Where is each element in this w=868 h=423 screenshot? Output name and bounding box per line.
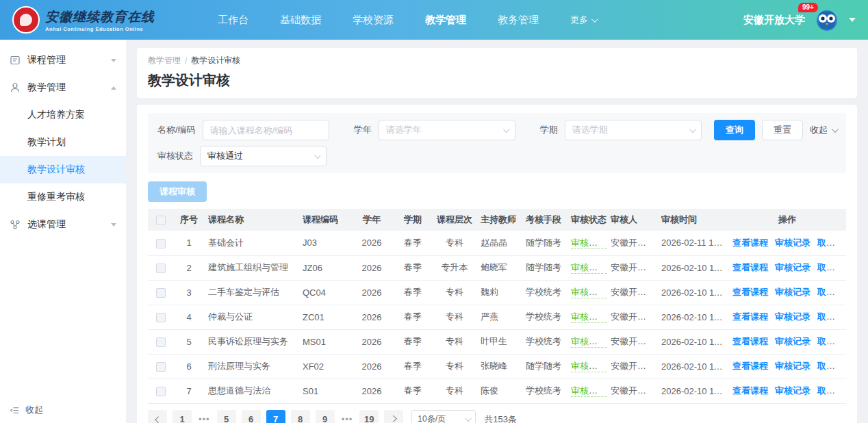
sidebar-item-retake-review[interactable]: 重修重考审核	[0, 183, 126, 211]
page-button[interactable]: 8	[291, 410, 310, 423]
review-time: 2026-02-10 11...	[657, 329, 728, 354]
name-code-input[interactable]	[203, 120, 329, 140]
term-select[interactable]: 请选学期	[565, 120, 702, 140]
row-checkbox[interactable]	[156, 239, 166, 248]
action-link[interactable]: 查看课程	[732, 238, 768, 248]
action-link[interactable]: 取消发布	[817, 361, 846, 371]
action-link[interactable]: 查看课程	[732, 385, 768, 396]
user-avatar[interactable]: 99+	[815, 8, 839, 32]
row-checkbox[interactable]	[156, 288, 166, 298]
notification-badge[interactable]: 99+	[798, 3, 818, 12]
action-link[interactable]: 查看课程	[732, 311, 768, 322]
course-teacher: 赵晶晶	[476, 231, 522, 255]
reviewer: 安徽开放大学	[607, 255, 657, 280]
chevron-down-icon	[503, 126, 510, 133]
course-name: 仲裁与公证	[204, 305, 298, 329]
exam-method: 学校统考	[522, 379, 567, 403]
row-checkbox[interactable]	[156, 264, 166, 273]
nav-item-academic-affairs[interactable]: 教务管理	[498, 14, 539, 27]
action-link[interactable]: 取消发布	[817, 311, 846, 322]
sidebar-item-teaching-plan[interactable]: 教学计划	[0, 129, 126, 156]
sidebar-group-course-management[interactable]: 课程管理	[0, 47, 126, 74]
row-checkbox[interactable]	[156, 337, 166, 347]
page-button[interactable]: 1	[173, 410, 192, 423]
prev-page-button[interactable]	[148, 410, 167, 423]
table-row: 1 基础会计 J03 2026 春季 专科 赵晶晶 随学随考 审核通过 安徽开放…	[148, 231, 846, 255]
course-year: 2026	[350, 255, 393, 280]
user-menu-caret-icon[interactable]	[849, 18, 856, 22]
action-link[interactable]: 取消发布	[817, 287, 846, 297]
sidebar-item-teaching-design-review[interactable]: 教学设计审核	[0, 156, 126, 183]
top-header: 安徽继续教育在线 Anhui Continuing Education Onli…	[0, 0, 868, 40]
course-review-button[interactable]: 课程审核	[148, 181, 207, 202]
page-button[interactable]: 5	[217, 410, 236, 423]
page-ellipsis[interactable]: •••	[340, 414, 355, 423]
row-checkbox[interactable]	[156, 387, 166, 396]
sidebar: 课程管理 教学管理 人才培养方案 教学计划 教学设计审核 重修重考审核	[0, 40, 126, 423]
page-button[interactable]: 19	[359, 410, 379, 423]
row-actions: 查看课程审核记录取消发布	[728, 231, 846, 255]
school-name: 安徽开放大学	[743, 14, 805, 27]
reset-button[interactable]: 重置	[762, 120, 803, 140]
nav-item-teaching-management[interactable]: 教学管理	[425, 14, 466, 27]
action-link[interactable]: 取消发布	[817, 385, 846, 396]
page-buttons: 1•••56789•••19	[173, 410, 379, 423]
action-link[interactable]: 审核记录	[775, 287, 810, 297]
action-link[interactable]: 审核记录	[775, 361, 810, 371]
action-link[interactable]: 取消发布	[817, 238, 846, 248]
breadcrumb-parent[interactable]: 教学管理	[148, 55, 181, 66]
review-time: 2026-02-10 11...	[657, 305, 728, 329]
table-row: 5 民事诉讼原理与实务 MS01 2026 春季 专科 叶甲生 学校统考 审核通…	[148, 329, 846, 354]
chevron-right-icon	[390, 415, 397, 422]
action-link[interactable]: 查看课程	[732, 287, 768, 297]
review-time: 2026-02-10 11...	[657, 255, 728, 280]
row-actions: 查看课程审核记录取消发布	[728, 379, 846, 403]
action-link[interactable]: 查看课程	[732, 361, 768, 371]
owl-avatar-icon	[815, 8, 839, 32]
page-ellipsis[interactable]: •••	[197, 414, 212, 423]
reviewer: 安徽开放大学	[607, 280, 657, 305]
action-link[interactable]: 查看课程	[732, 262, 768, 272]
status-select[interactable]: 审核通过	[200, 146, 327, 166]
action-link[interactable]: 审核记录	[775, 238, 810, 248]
action-link[interactable]: 取消发布	[817, 336, 846, 346]
next-page-button[interactable]	[384, 410, 403, 423]
filter-collapse-link[interactable]: 收起	[810, 124, 837, 136]
table-body: 1 基础会计 J03 2026 春季 专科 赵晶晶 随学随考 审核通过 安徽开放…	[148, 231, 846, 403]
action-link[interactable]: 查看课程	[732, 336, 768, 346]
sidebar-item-talent-plan[interactable]: 人才培养方案	[0, 101, 126, 129]
action-link[interactable]: 取消发布	[817, 262, 846, 272]
action-link[interactable]: 审核记录	[775, 336, 810, 346]
row-checkbox[interactable]	[156, 313, 166, 322]
nav-item-school-resources[interactable]: 学校资源	[353, 14, 394, 27]
nav-item-more[interactable]: 更多	[570, 14, 596, 26]
status-badge: 审核通过	[571, 287, 607, 298]
action-link[interactable]: 审核记录	[775, 311, 810, 322]
sidebar-collapse-button[interactable]: 收起	[0, 397, 126, 423]
term-label: 学期	[540, 124, 558, 136]
row-checkbox[interactable]	[156, 362, 166, 372]
row-index: 6	[174, 354, 204, 379]
course-code: J03	[298, 231, 350, 255]
action-link[interactable]: 审核记录	[775, 385, 810, 396]
action-link[interactable]: 审核记录	[775, 262, 810, 272]
course-code: JZ06	[298, 255, 350, 280]
select-all-checkbox[interactable]	[156, 216, 166, 225]
page-button[interactable]: 6	[242, 410, 261, 423]
sidebar-group-teaching-management[interactable]: 教学管理	[0, 74, 126, 101]
page-button[interactable]: 7	[266, 410, 285, 423]
page-size-select[interactable]: 10条/页	[411, 410, 476, 423]
status-badge: 审核通过	[571, 311, 607, 323]
chevron-down-icon	[832, 126, 839, 133]
course-name: 基础会计	[204, 231, 298, 255]
page-button[interactable]: 9	[316, 410, 335, 423]
status-badge: 审核通过	[571, 262, 607, 274]
nav-item-workbench[interactable]: 工作台	[218, 14, 248, 27]
course-level: 专科	[433, 354, 476, 379]
sidebar-group-course-selection[interactable]: 选课管理	[0, 211, 126, 238]
content-card: 名称/编码 学年 请选学年 学期 请选学期 查询 重置	[137, 105, 857, 423]
course-code: ZC01	[298, 305, 350, 329]
year-select[interactable]: 请选学年	[379, 120, 515, 140]
nav-item-basic-data[interactable]: 基础数据	[280, 14, 321, 27]
search-button[interactable]: 查询	[714, 120, 755, 140]
